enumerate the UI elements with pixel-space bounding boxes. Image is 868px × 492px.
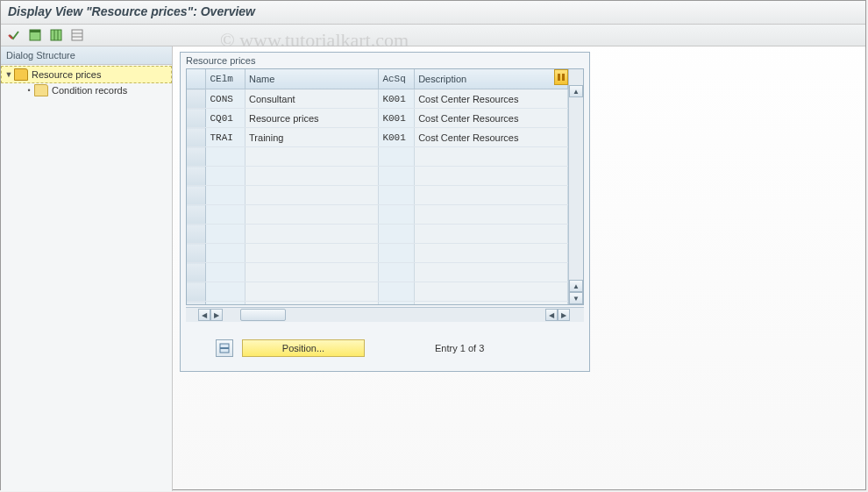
table-row-empty[interactable] <box>187 147 568 167</box>
select-all-icon[interactable] <box>6 27 22 43</box>
cell-description[interactable] <box>415 167 568 186</box>
tree-item-condition-records[interactable]: • Condition records <box>1 82 172 98</box>
col-header-acsq[interactable]: AcSq <box>379 69 415 89</box>
scroll-left-icon[interactable]: ▶ <box>210 309 223 321</box>
cell-acsq[interactable] <box>379 263 415 282</box>
cell-description[interactable] <box>415 147 568 167</box>
tree-item-resource-prices[interactable]: ▼ Resource prices <box>1 66 172 83</box>
cell-acsq[interactable] <box>379 225 415 244</box>
cell-celm[interactable] <box>206 167 245 186</box>
cell-name[interactable] <box>245 186 379 205</box>
columns-icon[interactable] <box>48 27 64 43</box>
table-row-empty[interactable] <box>187 205 568 225</box>
row-selector[interactable] <box>187 302 206 305</box>
cell-name[interactable]: Resource prices <box>245 109 379 128</box>
row-selector[interactable] <box>187 147 206 167</box>
hscroll-thumb[interactable] <box>240 309 286 321</box>
cell-celm[interactable] <box>206 186 245 205</box>
cell-acsq[interactable]: K001 <box>379 128 415 147</box>
row-selector[interactable] <box>187 205 206 225</box>
cell-name[interactable] <box>245 205 379 225</box>
cell-acsq[interactable] <box>379 147 415 167</box>
cell-celm[interactable] <box>206 147 245 167</box>
cell-acsq[interactable]: K001 <box>379 109 415 128</box>
cell-celm[interactable] <box>206 244 245 263</box>
cell-celm[interactable] <box>206 302 245 305</box>
cell-description[interactable] <box>415 263 568 282</box>
cell-acsq[interactable] <box>379 167 415 186</box>
hscroll-track[interactable] <box>223 309 545 321</box>
cell-name[interactable]: Consultant <box>245 89 379 109</box>
table-row-empty[interactable] <box>187 244 568 263</box>
cell-name[interactable] <box>245 225 379 244</box>
cell-description[interactable]: Cost Center Resources <box>415 109 568 128</box>
horizontal-scrollbar[interactable]: ◀ ▶ ◀ ▶ <box>186 307 584 322</box>
cell-celm[interactable] <box>206 205 245 225</box>
table-row[interactable]: CQ01Resource pricesK001Cost Center Resou… <box>187 109 568 128</box>
row-selector-header[interactable] <box>187 69 206 89</box>
cell-acsq[interactable] <box>379 205 415 225</box>
application-toolbar <box>1 25 865 46</box>
cell-name[interactable] <box>245 263 379 282</box>
scroll-right-end-icon[interactable]: ▶ <box>558 309 570 321</box>
cell-acsq[interactable] <box>379 186 415 205</box>
scroll-down-icon[interactable]: ▼ <box>569 292 583 304</box>
table-row[interactable]: CONSConsultantK001Cost Center Resources <box>187 89 568 109</box>
cell-acsq[interactable] <box>379 244 415 263</box>
table-row-empty[interactable] <box>187 282 568 302</box>
scroll-down-partial-icon[interactable]: ▲ <box>569 280 583 292</box>
table-settings-icon[interactable] <box>27 27 43 43</box>
cell-name[interactable] <box>245 167 379 186</box>
row-selector[interactable] <box>187 282 206 302</box>
row-selector[interactable] <box>187 89 206 109</box>
cell-description[interactable] <box>415 205 568 225</box>
row-selector[interactable] <box>187 109 206 128</box>
position-button[interactable]: Position... <box>242 339 365 357</box>
cell-description[interactable]: Cost Center Resources <box>415 128 568 147</box>
cell-name[interactable] <box>245 302 379 305</box>
row-selector[interactable] <box>187 167 206 186</box>
row-selector[interactable] <box>187 244 206 263</box>
cell-description[interactable] <box>415 186 568 205</box>
cell-name[interactable] <box>245 282 379 302</box>
cell-celm[interactable]: CONS <box>206 89 245 109</box>
col-header-celm[interactable]: CElm <box>206 69 245 89</box>
position-icon[interactable] <box>216 339 233 357</box>
cell-celm[interactable]: CQ01 <box>206 109 245 128</box>
cell-acsq[interactable] <box>379 282 415 302</box>
cell-celm[interactable]: TRAI <box>206 128 245 147</box>
table-row-empty[interactable] <box>187 225 568 244</box>
col-header-name[interactable]: Name <box>245 69 379 89</box>
table-row-empty[interactable] <box>187 186 568 205</box>
cell-description[interactable] <box>415 302 568 305</box>
row-selector[interactable] <box>187 128 206 147</box>
row-selector[interactable] <box>187 186 206 205</box>
table-row-empty[interactable] <box>187 302 568 305</box>
table-config-icon[interactable] <box>554 69 568 85</box>
table-row-empty[interactable] <box>187 263 568 282</box>
cell-celm[interactable] <box>206 225 245 244</box>
cell-acsq[interactable] <box>379 302 415 305</box>
cell-celm[interactable] <box>206 263 245 282</box>
cell-name[interactable] <box>245 244 379 263</box>
cell-name[interactable] <box>245 147 379 167</box>
cell-name[interactable]: Training <box>245 128 379 147</box>
row-selector[interactable] <box>187 263 206 282</box>
table-row[interactable]: TRAITrainingK001Cost Center Resources <box>187 128 568 147</box>
table-row-empty[interactable] <box>187 167 568 186</box>
vertical-scrollbar[interactable]: ▲ ▲ ▼ <box>568 69 583 304</box>
row-selector[interactable] <box>187 225 206 244</box>
cell-description[interactable] <box>415 244 568 263</box>
scroll-up-icon[interactable]: ▲ <box>569 85 583 97</box>
col-header-description[interactable]: Description <box>415 69 568 89</box>
cell-celm[interactable] <box>206 282 245 302</box>
cell-description[interactable]: Cost Center Resources <box>415 89 568 109</box>
export-icon[interactable] <box>69 27 85 43</box>
cell-acsq[interactable]: K001 <box>379 89 415 109</box>
scroll-left-end-icon[interactable]: ◀ <box>198 309 210 321</box>
cell-description[interactable] <box>415 282 568 302</box>
tree-toggle-icon[interactable]: ▼ <box>4 70 14 79</box>
scroll-right-icon[interactable]: ◀ <box>545 309 558 321</box>
cell-description[interactable] <box>415 225 568 244</box>
page-title: Display View "Resource prices": Overview <box>8 4 858 18</box>
